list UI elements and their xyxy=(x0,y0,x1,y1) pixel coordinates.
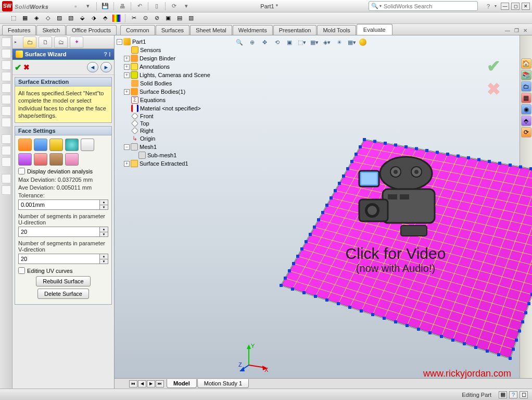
shape-revolve-button[interactable] xyxy=(65,153,79,166)
tool-button[interactable]: ⊙ xyxy=(140,14,150,23)
tree-item[interactable]: Material <not specified> xyxy=(117,104,268,113)
tree-item[interactable]: Right xyxy=(117,127,268,134)
tab-scroll-first[interactable]: ⏮ xyxy=(129,380,137,388)
tab-evaluate[interactable]: Evaluate xyxy=(357,24,392,35)
feature-icon[interactable] xyxy=(2,49,11,58)
tree-item[interactable]: +Annotations xyxy=(117,63,268,71)
tool-button[interactable]: ▤ xyxy=(174,14,185,23)
tool-button[interactable]: ▨ xyxy=(54,14,65,23)
feature-icon[interactable] xyxy=(2,72,11,81)
apply-scene-button[interactable]: ▦▾ xyxy=(347,38,357,47)
tree-item[interactable]: +Surface Bodies(1) xyxy=(117,88,268,96)
help-button[interactable]: ? xyxy=(483,1,494,11)
next-button[interactable]: ► xyxy=(100,62,112,72)
render-button[interactable] xyxy=(359,39,366,46)
tab-motion-study[interactable]: Motion Study 1 xyxy=(197,379,249,388)
doc-close-button[interactable]: ✕ xyxy=(522,27,529,34)
close-window-button[interactable]: ✕ xyxy=(522,3,530,10)
doc-minimize-button[interactable]: — xyxy=(504,27,511,34)
shape-cone-button[interactable] xyxy=(49,139,63,151)
uv-curves-checkbox-row[interactable]: Editing UV curves xyxy=(18,267,108,274)
feature-icon[interactable] xyxy=(2,185,11,195)
deviation-checkbox[interactable] xyxy=(18,168,25,174)
tree-expand-icon[interactable]: + xyxy=(124,161,130,167)
pm-tab-configuration[interactable]: 🗂 xyxy=(54,36,68,48)
status-icon[interactable]: ◻ xyxy=(520,391,528,398)
custom-props-tab[interactable]: ⬘ xyxy=(521,116,531,126)
tab-scroll-next[interactable]: ▶ xyxy=(147,380,155,388)
tab-scroll-last[interactable]: ⏭ xyxy=(156,380,164,388)
uv-curves-checkbox[interactable] xyxy=(18,267,25,274)
save-button[interactable]: 💾 xyxy=(99,1,111,11)
tab-model[interactable]: Model xyxy=(167,379,197,388)
tool-button[interactable]: ⊘ xyxy=(151,14,162,23)
feature-icon[interactable] xyxy=(2,157,11,167)
view-orient-button[interactable]: ⬚▾ xyxy=(297,38,307,47)
tree-item[interactable]: Solid Bodies xyxy=(117,79,268,88)
maximize-window-button[interactable]: ◻ xyxy=(511,3,520,10)
tolerance-input[interactable] xyxy=(18,199,100,210)
tree-item[interactable]: ΣEquations xyxy=(117,96,268,104)
tree-expand-icon[interactable]: − xyxy=(124,144,130,150)
appearances-tab[interactable]: ◉ xyxy=(521,104,531,115)
tree-item[interactable]: +Lights, Cameras and Scene xyxy=(117,71,268,79)
shape-bspline-button[interactable] xyxy=(18,153,32,166)
tab-common[interactable]: Common xyxy=(120,25,155,35)
v-segments-spinner[interactable]: ▲▼ xyxy=(100,254,108,264)
tree-expand-icon[interactable]: + xyxy=(124,56,130,61)
shape-box-button[interactable] xyxy=(18,139,32,151)
tool-button[interactable]: ▣ xyxy=(163,14,173,23)
shape-other-button[interactable] xyxy=(81,139,94,151)
tree-item[interactable]: Front xyxy=(117,113,268,120)
deviation-checkbox-row[interactable]: Display deviation analysis xyxy=(18,168,108,174)
appearance-button[interactable] xyxy=(111,14,122,23)
video-overlay[interactable]: Click for Video (now with Audio!) xyxy=(344,150,448,274)
print-button[interactable]: 🖶 xyxy=(117,1,128,11)
feature-icon[interactable] xyxy=(2,118,11,127)
select-button[interactable]: ▯ xyxy=(151,1,162,11)
feature-icon[interactable] xyxy=(2,38,11,47)
tab-features[interactable]: Features xyxy=(2,25,36,35)
undo-button[interactable]: ↶ xyxy=(134,1,145,11)
tab-office-products[interactable]: Office Products xyxy=(66,25,117,35)
open-file-button[interactable]: ▾ xyxy=(82,1,94,11)
rebuild-button[interactable]: ⟳ xyxy=(168,1,180,11)
tree-expand-icon[interactable]: + xyxy=(124,64,130,70)
shape-sphere-button[interactable] xyxy=(65,139,79,151)
tree-item[interactable]: ↳Origin xyxy=(117,134,268,143)
display-style-button[interactable]: ▦▾ xyxy=(309,38,320,47)
prev-button[interactable]: ◄ xyxy=(87,62,98,72)
ok-button[interactable]: ✔ xyxy=(15,63,21,72)
tab-mold-tools[interactable]: Mold Tools xyxy=(317,25,356,35)
tree-item[interactable]: Sub-mesh1 xyxy=(117,151,268,159)
tool-button[interactable]: ⬗ xyxy=(88,14,99,23)
tool-button[interactable]: ◇ xyxy=(43,14,53,23)
tab-sketch[interactable]: Sketch xyxy=(36,25,66,35)
tool-button[interactable]: ⬙ xyxy=(77,14,87,23)
rebuild-surface-button[interactable]: Rebuild Surface xyxy=(36,276,90,286)
status-help-icon[interactable]: ? xyxy=(509,391,517,398)
new-file-button[interactable]: ▫ xyxy=(70,1,81,11)
tool-button[interactable]: ⬘ xyxy=(100,14,110,23)
feature-icon[interactable] xyxy=(2,106,11,116)
tree-expand-icon[interactable]: + xyxy=(124,89,130,95)
confirm-cancel-button[interactable]: ✖ xyxy=(487,79,501,99)
minimize-window-button[interactable]: — xyxy=(501,3,509,10)
pm-tab-feature-manager[interactable]: 🗀 xyxy=(23,36,36,48)
feature-icon[interactable] xyxy=(2,83,11,93)
tree-expand-icon[interactable]: − xyxy=(117,39,122,45)
pm-help-button[interactable]: ? ⁞ xyxy=(104,51,111,58)
feature-icon[interactable] xyxy=(2,134,11,144)
scene-button[interactable]: ☀ xyxy=(334,38,345,47)
cancel-button[interactable]: ✖ xyxy=(23,63,30,71)
collapse-arrow-icon[interactable]: ▸ xyxy=(15,40,17,44)
tab-weldments[interactable]: Weldments xyxy=(233,25,273,35)
search-box[interactable]: 🔍 ▾ xyxy=(369,1,478,11)
tool-button[interactable]: ✂ xyxy=(129,14,139,23)
tab-scroll-prev[interactable]: ◀ xyxy=(138,380,146,388)
view-palette-tab[interactable]: ▦ xyxy=(521,93,531,103)
confirm-ok-button[interactable]: ✔ xyxy=(487,56,501,76)
doc-restore-button[interactable]: ❐ xyxy=(513,27,520,34)
options-button[interactable]: ▾ xyxy=(181,1,192,11)
status-icon[interactable]: ▦ xyxy=(499,391,507,398)
